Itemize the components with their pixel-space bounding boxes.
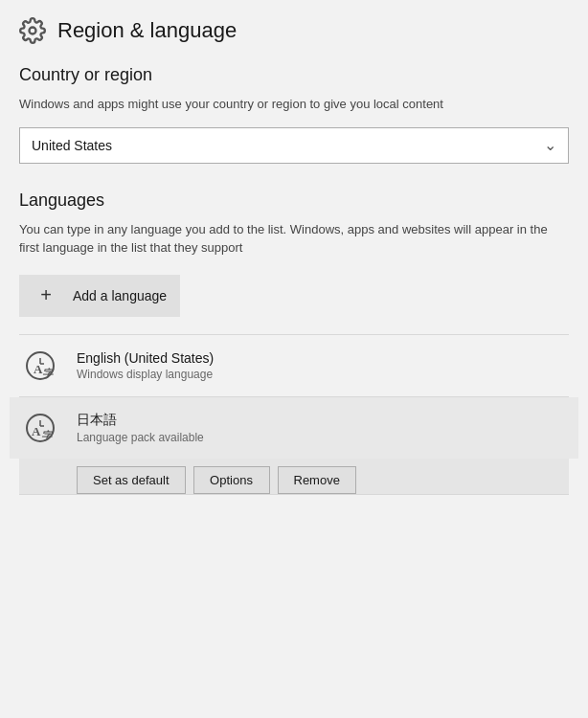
language-icon-english: A 字: [19, 345, 61, 387]
language-item-wrapper-english: A 字 English (United States) Windows disp…: [19, 334, 569, 397]
add-language-label: Add a language: [73, 288, 167, 303]
country-section-description: Windows and apps might use your country …: [19, 95, 569, 114]
svg-point-0: [30, 28, 36, 34]
languages-description: You can type in any language you add to …: [19, 220, 569, 258]
options-button[interactable]: Options: [193, 466, 270, 494]
country-section-title: Country or region: [19, 65, 569, 85]
page-title: Region & language: [57, 18, 237, 43]
country-dropdown[interactable]: United States ⌄: [19, 127, 569, 164]
language-icon-japanese: A 字: [19, 407, 61, 449]
language-info-japanese: 日本語 Language pack available: [77, 412, 204, 444]
language-info-english: English (United States) Windows display …: [77, 350, 214, 381]
language-sub-english: Windows display language: [77, 368, 214, 381]
remove-button[interactable]: Remove: [278, 466, 356, 494]
language-item-wrapper-japanese: A 字 日本語 Language pack available Set as d…: [19, 397, 569, 495]
set-as-default-button[interactable]: Set as default: [77, 466, 186, 494]
gear-icon: [19, 17, 46, 44]
svg-text:A: A: [32, 424, 41, 438]
add-language-button[interactable]: + Add a language: [19, 275, 180, 317]
settings-page: Region & language Country or region Wind…: [0, 0, 588, 718]
language-list: A 字 English (United States) Windows disp…: [19, 334, 569, 495]
page-title-row: Region & language: [19, 17, 569, 44]
country-section: Country or region Windows and apps might…: [19, 65, 569, 191]
language-item-japanese[interactable]: A 字 日本語 Language pack available: [10, 397, 578, 459]
languages-section-title: Languages: [19, 191, 569, 211]
country-dropdown-label: United States: [32, 138, 112, 153]
language-sub-japanese: Language pack available: [77, 431, 204, 444]
language-action-buttons: Set as default Options Remove: [19, 466, 569, 494]
language-name-japanese: 日本語: [77, 412, 204, 429]
language-name-english: English (United States): [77, 350, 214, 366]
plus-icon: +: [33, 282, 59, 309]
language-item-english[interactable]: A 字 English (United States) Windows disp…: [19, 335, 569, 396]
languages-section: Languages You can type in any language y…: [19, 191, 569, 495]
chevron-down-icon: ⌄: [544, 136, 556, 154]
